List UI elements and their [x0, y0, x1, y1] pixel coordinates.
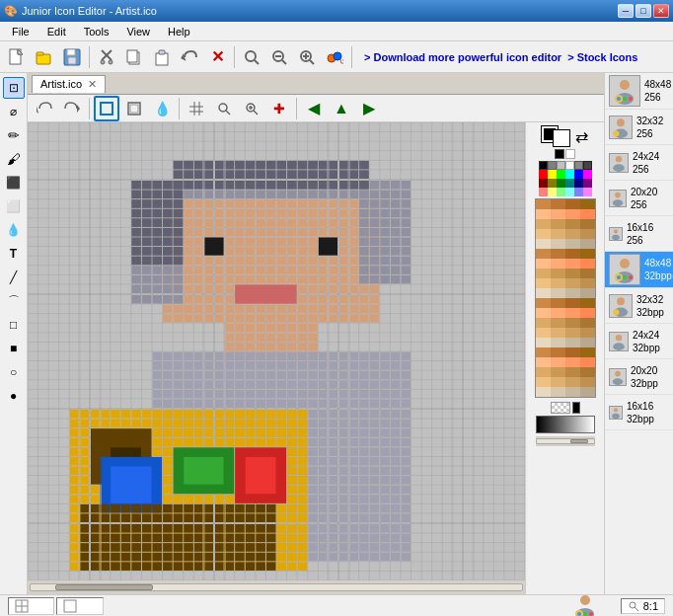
swatch[interactable]	[574, 188, 583, 196]
swatch[interactable]	[557, 179, 565, 188]
find-button[interactable]	[239, 44, 264, 70]
color-black[interactable]	[555, 149, 564, 159]
sep3	[351, 46, 352, 68]
icon-20x20-256[interactable]: 20x20256	[605, 181, 673, 216]
swatch[interactable]	[548, 161, 557, 170]
canvas-area[interactable]	[28, 122, 525, 594]
text-tool[interactable]: T	[3, 243, 25, 265]
menu-tools[interactable]: Tools	[76, 24, 117, 39]
menu-file[interactable]: File	[4, 24, 37, 39]
water-drop-button[interactable]: 💧	[149, 96, 175, 121]
swatch[interactable]	[583, 161, 592, 170]
swatch[interactable]	[557, 188, 565, 196]
save-button[interactable]	[59, 44, 85, 70]
swatch[interactable]	[557, 161, 565, 170]
swatch[interactable]	[539, 179, 548, 188]
zoom-in-button[interactable]	[294, 44, 320, 70]
swatch[interactable]	[565, 161, 574, 170]
icon-48x48-32bpp[interactable]: 48x4832bpp	[605, 252, 673, 288]
swatch[interactable]	[548, 170, 557, 179]
swatch[interactable]	[574, 170, 583, 179]
gradient-strip[interactable]	[536, 416, 595, 433]
horizontal-scrollbar[interactable]	[28, 580, 525, 594]
nav-right-button[interactable]: ▶	[356, 96, 382, 121]
color-select-button[interactable]: ✚	[266, 96, 292, 121]
nav-up-button[interactable]: ▲	[329, 96, 354, 121]
nav-left-button[interactable]: ◀	[301, 96, 327, 121]
icon-32x32-32bpp[interactable]: 32x3232bpp	[605, 288, 673, 324]
rect-fill-tool[interactable]: ■	[3, 338, 25, 359]
maximize-button[interactable]: □	[636, 4, 651, 18]
scroll-thumb[interactable]	[55, 584, 154, 590]
cut-button[interactable]	[94, 44, 119, 70]
icon-20x20-32bpp[interactable]: 20x2032bpp	[605, 359, 673, 395]
redo-ed-button[interactable]	[59, 96, 85, 121]
fill-tool[interactable]: ⬛	[3, 172, 25, 193]
actual-size-button[interactable]	[239, 96, 264, 121]
swatch[interactable]	[539, 188, 548, 196]
line-tool[interactable]: ╱	[3, 267, 25, 288]
icon-24x24-256[interactable]: 24x24256	[605, 145, 673, 181]
document-tab[interactable]: Artist.ico ✕	[32, 75, 106, 93]
palette-scroll-thumb[interactable]	[570, 439, 587, 443]
swap-colors-button[interactable]: ⇄	[575, 127, 589, 141]
icon-16x16-256[interactable]: 16x16256	[605, 216, 673, 252]
rect-outline-tool[interactable]: □	[3, 314, 25, 336]
extended-palette-canvas[interactable]	[535, 198, 596, 398]
stock-icons-link[interactable]: > Stock Icons	[567, 51, 637, 63]
background-color[interactable]	[554, 130, 569, 146]
close-button[interactable]: ✕	[653, 4, 669, 18]
curve-tool[interactable]: ⌒	[3, 290, 25, 312]
ellipse-outline-tool[interactable]: ○	[3, 361, 25, 383]
menu-help[interactable]: Help	[160, 24, 198, 39]
open-button[interactable]	[32, 44, 57, 70]
select-lasso-tool[interactable]: ⌀	[3, 101, 25, 122]
eraser-tool[interactable]: ⬜	[3, 195, 25, 217]
brush-tool[interactable]: 🖌	[3, 148, 25, 170]
swatch[interactable]	[565, 179, 574, 188]
doc-tab-close[interactable]: ✕	[88, 78, 97, 91]
scroll-track[interactable]	[30, 583, 523, 591]
icon-16x16-32bpp[interactable]: 16x1632bpp	[605, 395, 673, 430]
swatch[interactable]	[583, 179, 592, 188]
delete-button[interactable]: ✕	[204, 44, 230, 70]
swatch[interactable]	[574, 179, 583, 188]
icon-size-button[interactable]	[121, 96, 147, 121]
undo-ed-button[interactable]	[32, 96, 57, 121]
swatch[interactable]	[548, 188, 557, 196]
swatch[interactable]	[574, 161, 583, 170]
icon-24x24-32bpp[interactable]: 24x2432bpp	[605, 324, 673, 359]
color-white[interactable]	[565, 149, 575, 159]
paste-button[interactable]	[149, 44, 175, 70]
icon-48x48-256[interactable]: 48x48256	[605, 73, 673, 110]
menu-view[interactable]: View	[118, 24, 158, 39]
swatch[interactable]	[565, 188, 574, 196]
pixel-canvas[interactable]	[28, 122, 525, 580]
swatch[interactable]	[583, 188, 592, 196]
undo-button[interactable]	[177, 44, 202, 70]
transparent-swatch[interactable]	[551, 402, 570, 414]
swatch[interactable]	[557, 170, 565, 179]
swatch[interactable]	[539, 161, 548, 170]
swatch[interactable]	[548, 179, 557, 188]
ellipse-fill-tool[interactable]: ●	[3, 385, 25, 407]
download-link[interactable]: > Download more powerful icon editor	[364, 51, 561, 63]
swatch[interactable]	[583, 170, 592, 179]
pencil-tool[interactable]: ✏	[3, 124, 25, 146]
minimize-button[interactable]: ─	[618, 4, 634, 18]
color-replace-button[interactable]: ↺	[322, 44, 347, 70]
icon-32x32-256[interactable]: 32x32256	[605, 110, 673, 145]
palette-scrollbar[interactable]	[536, 436, 595, 446]
dropper-tool[interactable]: 💧	[3, 219, 25, 241]
swatch[interactable]	[539, 170, 548, 179]
black-swatch[interactable]	[572, 402, 580, 414]
resize-button[interactable]	[94, 96, 119, 121]
swatch[interactable]	[565, 170, 574, 179]
menu-edit[interactable]: Edit	[39, 24, 74, 39]
new-button[interactable]	[4, 44, 30, 70]
zoom-out-button[interactable]	[266, 44, 292, 70]
zoom-search-button[interactable]	[211, 96, 237, 121]
copy-button[interactable]	[121, 44, 147, 70]
grid-button[interactable]	[184, 96, 209, 121]
select-rect-tool[interactable]: ⊡	[3, 77, 25, 99]
